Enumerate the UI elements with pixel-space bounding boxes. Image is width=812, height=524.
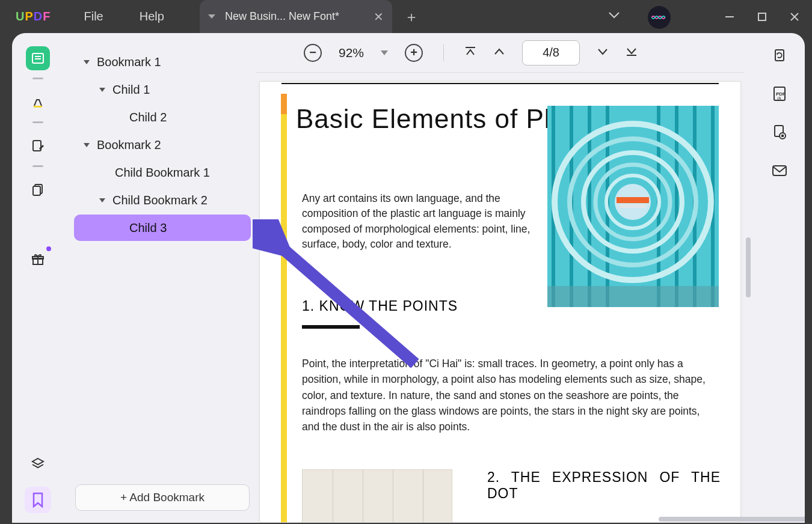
document-area: − 92% + 4 / 8 Basic Elements of Plane Sp… — [256, 33, 745, 523]
svg-rect-8 — [33, 141, 41, 151]
mail-tool[interactable] — [770, 162, 789, 180]
zoom-level: 92% — [339, 46, 364, 60]
last-page-button[interactable] — [626, 46, 638, 59]
zoom-in-button[interactable]: + — [405, 44, 423, 62]
left-toolbar — [12, 33, 63, 523]
page-indicator[interactable]: 4 / 8 — [522, 40, 580, 66]
protect-tool[interactable] — [770, 123, 789, 141]
bookmark-label: Child Bookmark 2 — [112, 193, 208, 207]
bookmark-label: Bookmark 2 — [97, 138, 161, 152]
svg-rect-31 — [617, 197, 649, 203]
prev-page-button[interactable] — [493, 47, 505, 59]
bookmark-panel-toggle[interactable] — [25, 487, 51, 513]
caret-down-icon — [84, 60, 90, 64]
maximize-button[interactable] — [755, 10, 769, 23]
bookmark-label: Bookmark 1 — [97, 55, 161, 69]
bookmark-label: Child 1 — [112, 83, 150, 97]
doc-section-heading-2: 2. THE EXPRESSION OF THE DOT — [487, 469, 721, 502]
minimize-button[interactable] — [723, 10, 736, 23]
tabs-overflow-icon[interactable] — [609, 11, 620, 22]
tab-close-icon[interactable]: ✕ — [374, 10, 384, 24]
window-controls — [723, 0, 801, 33]
caret-down-icon — [99, 198, 105, 203]
add-bookmark-button[interactable]: + Add Bookmark — [75, 484, 250, 511]
bookmark-item[interactable]: Child 1 — [74, 76, 251, 103]
bookmarks-panel: Bookmark 1 Child 1 Child 2 Bookmark 2 Ch… — [69, 33, 256, 523]
tab-dropdown-icon[interactable] — [208, 14, 215, 19]
bookmark-item-selected[interactable]: Child 3 — [74, 215, 251, 241]
bookmark-item[interactable]: Child Bookmark 1 — [74, 159, 251, 186]
menu-help[interactable]: Help — [140, 10, 164, 23]
title-bar: UPDF File Help New Busin... New Font* ✕ … — [0, 0, 812, 33]
svg-rect-32 — [620, 204, 646, 208]
svg-rect-42 — [773, 166, 786, 175]
separator — [32, 165, 43, 167]
bookmark-item[interactable]: Child 2 — [74, 104, 251, 130]
caret-down-icon — [84, 143, 90, 147]
edit-tool[interactable] — [26, 134, 50, 158]
bookmark-item[interactable]: Child Bookmark 2 — [74, 187, 251, 213]
right-toolbar: PDF/A — [754, 33, 805, 523]
zoom-dropdown-icon[interactable] — [381, 50, 388, 55]
reader-tool[interactable] — [26, 46, 50, 70]
bookmark-item[interactable]: Bookmark 2 — [74, 132, 251, 158]
vertical-scrollbar[interactable] — [746, 237, 751, 297]
section-underline — [302, 325, 360, 329]
new-tab-button[interactable]: ＋ — [403, 8, 420, 25]
main-menu: File Help — [84, 10, 164, 23]
caret-down-icon — [99, 88, 105, 92]
menu-file[interactable]: File — [84, 10, 103, 23]
doc-paragraph: Point, the interpretation of "Ci Hai" is… — [302, 356, 717, 434]
document-tab[interactable]: New Busin... New Font* ✕ — [200, 0, 392, 33]
next-page-button[interactable] — [597, 47, 609, 59]
page-current: 4 — [543, 46, 549, 59]
svg-rect-10 — [33, 186, 40, 195]
svg-text:/A: /A — [777, 96, 781, 100]
svg-rect-33 — [547, 286, 719, 307]
app-logo: UPDF — [16, 10, 51, 23]
doc-intro-paragraph: Any art contains its own language, and t… — [302, 191, 531, 252]
zoom-out-button[interactable]: − — [304, 44, 322, 62]
close-button[interactable] — [788, 10, 801, 23]
page-rule — [281, 83, 719, 84]
svg-rect-1 — [758, 13, 766, 20]
bookmark-item[interactable]: Bookmark 1 — [74, 49, 251, 75]
doc-image-2 — [302, 469, 452, 523]
svg-rect-7 — [34, 106, 42, 108]
svg-rect-41 — [781, 135, 784, 137]
page-accent-bar — [281, 94, 287, 523]
svg-rect-35 — [775, 50, 784, 61]
first-page-button[interactable] — [464, 46, 476, 59]
gift-button[interactable] — [26, 248, 50, 272]
separator — [32, 78, 43, 79]
rotate-tool[interactable] — [770, 46, 789, 64]
page-total: 8 — [553, 46, 559, 59]
workspace: Bookmark 1 Child 1 Child 2 Bookmark 2 Ch… — [12, 33, 805, 523]
layers-tool[interactable] — [26, 452, 50, 476]
highlight-tool[interactable] — [26, 90, 50, 114]
pages-tool[interactable] — [26, 178, 50, 202]
bookmark-label: Child 2 — [129, 111, 167, 124]
notification-dot — [46, 246, 51, 251]
tab-title: New Busin... New Font* — [225, 10, 339, 23]
bookmark-label: Child Bookmark 1 — [115, 166, 210, 180]
divider — [443, 44, 444, 61]
pdfa-tool[interactable]: PDF/A — [770, 85, 789, 103]
separator — [32, 121, 43, 123]
doc-image — [547, 106, 719, 307]
view-toolbar: − 92% + 4 / 8 — [256, 33, 745, 73]
ai-assistant-button[interactable] — [648, 6, 671, 29]
doc-section-heading: 1. KNOW THE POINTS — [302, 298, 458, 314]
document-page[interactable]: Basic Elements of Plane Space Any art co… — [259, 81, 741, 523]
bookmark-label: Child 3 — [129, 221, 167, 235]
